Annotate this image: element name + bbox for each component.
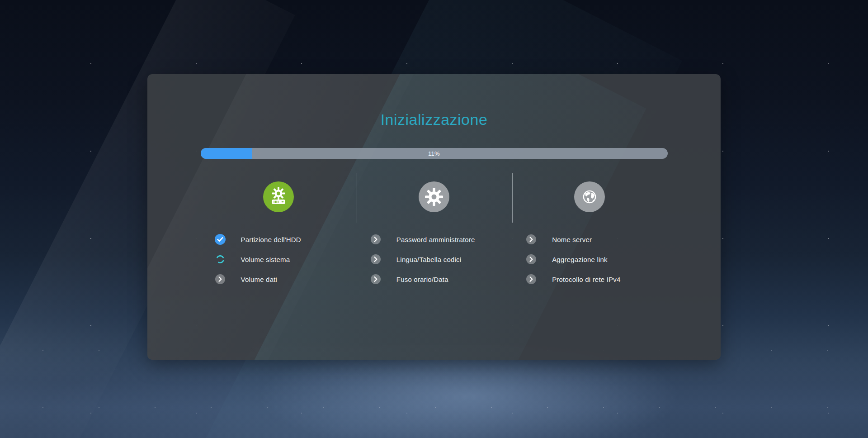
item-label: Lingua/Tabella codici: [396, 256, 461, 263]
item-label: Protocollo di rete IPv4: [552, 276, 620, 283]
list-item: Password amministratore: [356, 234, 512, 245]
chevron-right-icon: [526, 254, 537, 265]
chevron-right-icon: [370, 234, 381, 245]
list-item: Protocollo di rete IPv4: [512, 274, 667, 285]
chevron-right-icon: [526, 274, 537, 285]
gear-icon: [419, 181, 449, 212]
list-item: Lingua/Tabella codici: [356, 254, 512, 265]
spinner-icon: [215, 254, 226, 265]
item-label: Fuso orario/Data: [396, 276, 448, 283]
column-divider: [357, 173, 357, 223]
item-label: Nome server: [552, 236, 592, 243]
globe-icon: [574, 181, 605, 212]
column-system: Password amministratore Lingua/Tabella c…: [356, 181, 512, 294]
check-icon: [215, 234, 226, 245]
progress-bar: 11%: [201, 148, 668, 159]
list-item: Aggregazione link: [512, 254, 667, 265]
list-item: Nome server: [512, 234, 667, 245]
column-divider: [512, 173, 513, 223]
list-item: Volume sistema: [201, 254, 356, 265]
list-item: Partizione dell'HDD: [201, 234, 356, 245]
column-storage: Partizione dell'HDD Volume sistema: [201, 181, 356, 294]
column-network: Nome server Aggregazione link: [512, 181, 667, 294]
setup-columns: Partizione dell'HDD Volume sistema: [201, 181, 668, 294]
list-item: Volume dati: [201, 274, 356, 285]
chevron-right-icon: [370, 254, 381, 265]
storage-setup-icon: [263, 181, 294, 212]
item-label: Aggregazione link: [552, 256, 608, 263]
initialization-dialog: Inizializzazione 11%: [147, 74, 721, 360]
item-label: Password amministratore: [396, 236, 475, 243]
item-label: Partizione dell'HDD: [241, 236, 301, 243]
chevron-right-icon: [370, 274, 381, 285]
item-label: Volume sistema: [241, 256, 290, 263]
chevron-right-icon: [526, 234, 537, 245]
list-item: Fuso orario/Data: [356, 274, 512, 285]
progress-percent-label: 11%: [201, 148, 668, 159]
chevron-right-icon: [215, 274, 226, 285]
item-label: Volume dati: [241, 276, 278, 283]
page-title: Inizializzazione: [147, 110, 721, 129]
